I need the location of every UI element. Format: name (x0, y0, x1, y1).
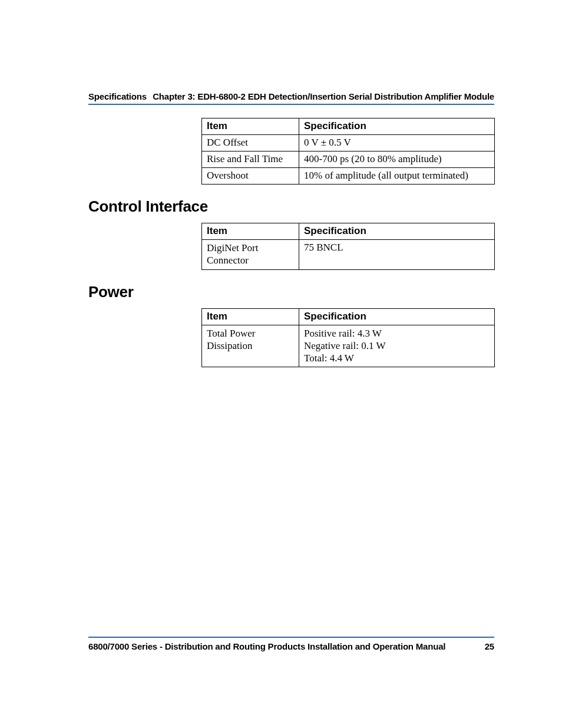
cell-spec-line: Total: 4.4 W (304, 352, 490, 364)
cell-spec: 10% of amplitude (all output terminated) (299, 168, 495, 185)
table-header-row: Item Specification (202, 223, 495, 240)
cell-spec: Positive rail: 4.3 W Negative rail: 0.1 … (299, 325, 495, 367)
table-row: DigiNet Port Connector 75 BNCL (202, 240, 495, 270)
col-item: Item (202, 118, 299, 135)
table-header-row: Item Specification (202, 118, 495, 135)
header-left: Specifications (88, 91, 147, 101)
cell-spec-line: Positive rail: 4.3 W (304, 327, 490, 340)
col-spec: Specification (299, 308, 495, 325)
cell-item: Overshoot (202, 168, 299, 185)
table-row: Rise and Fall Time 400-700 ps (20 to 80%… (202, 151, 495, 168)
section-heading-control-interface: Control Interface (88, 197, 494, 216)
page-content: Item Specification DC Offset 0 V ± 0.5 V… (88, 105, 494, 367)
spec-table-power: Item Specification Total Power Dissipati… (201, 308, 495, 368)
col-item: Item (202, 308, 299, 325)
page: Specifications Chapter 3: EDH-6800-2 EDH… (0, 0, 562, 728)
table-header-row: Item Specification (202, 308, 495, 325)
cell-item-line: DigiNet Port (207, 242, 294, 254)
running-footer: 6800/7000 Series - Distribution and Rout… (88, 637, 494, 651)
table-row: Overshoot 10% of amplitude (all output t… (202, 168, 495, 185)
cell-spec-line: Negative rail: 0.1 W (304, 340, 490, 352)
col-item: Item (202, 223, 299, 240)
header-right: Chapter 3: EDH-6800-2 EDH Detection/Inse… (153, 91, 494, 101)
running-header: Specifications Chapter 3: EDH-6800-2 EDH… (88, 91, 494, 105)
spec-table-control-interface: Item Specification DigiNet Port Connecto… (201, 223, 495, 270)
cell-item: Total Power Dissipation (202, 325, 299, 367)
col-spec: Specification (299, 118, 495, 135)
cell-item: Rise and Fall Time (202, 151, 299, 168)
cell-item-line: Total Power (207, 327, 294, 340)
spec-table-1: Item Specification DC Offset 0 V ± 0.5 V… (201, 118, 495, 185)
cell-spec: 0 V ± 0.5 V (299, 135, 495, 151)
cell-spec: 400-700 ps (20 to 80% amplitude) (299, 151, 495, 168)
col-spec: Specification (299, 223, 495, 240)
cell-item: DigiNet Port Connector (202, 240, 299, 270)
footer-title: 6800/7000 Series - Distribution and Rout… (88, 641, 445, 651)
section-heading-power: Power (88, 283, 494, 301)
table-row: DC Offset 0 V ± 0.5 V (202, 135, 495, 151)
cell-item: DC Offset (202, 135, 299, 151)
page-number: 25 (485, 641, 494, 651)
table-row: Total Power Dissipation Positive rail: 4… (202, 325, 495, 367)
cell-spec: 75 BNCL (299, 240, 495, 270)
cell-item-line: Dissipation (207, 340, 294, 352)
cell-item-line: Connector (207, 254, 294, 266)
